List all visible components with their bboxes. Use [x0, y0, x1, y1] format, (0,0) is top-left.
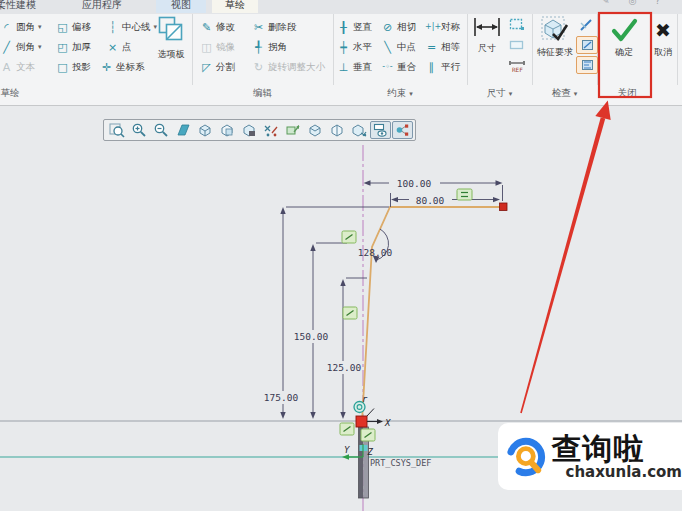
divide-icon: ◸ — [200, 62, 213, 73]
modify-icon: ✎ — [200, 22, 213, 33]
saved-views-icon[interactable] — [216, 121, 237, 139]
chevron-down-icon: ▾ — [574, 90, 578, 98]
constraint-horizontal-button[interactable]: ┿ 水平 — [337, 38, 372, 56]
group-label-dimension[interactable]: 尺寸 ▾ — [467, 85, 532, 103]
palette-icon — [158, 16, 184, 46]
parallel-constraint-icon: ∥ — [425, 62, 438, 73]
point-button[interactable]: × 点 — [106, 38, 132, 56]
chevron-down-icon: ▾ — [509, 90, 513, 98]
perpendicular-constraint-icon: ⊥ — [337, 62, 350, 73]
dimension-button[interactable]: 尺寸 — [469, 16, 505, 55]
constraint-symmetric-button[interactable]: +|+ 对称 — [425, 18, 460, 36]
overlapping-geometry-icon[interactable] — [576, 16, 596, 34]
coordinate-system-icon: ✛ — [100, 62, 113, 73]
display-style-icon[interactable] — [304, 121, 325, 139]
refit-icon[interactable] — [106, 121, 127, 139]
group-label-constrain[interactable]: 约束 ▾ — [333, 85, 467, 103]
perimeter-dimension-icon[interactable] — [507, 16, 527, 34]
mirror-icon: ◫ — [200, 42, 213, 53]
constraint-midpoint-button[interactable]: ╲ 中点 — [381, 38, 416, 56]
fillet-button[interactable]: ◜ 圆角▾ — [0, 18, 42, 36]
divider — [677, 14, 678, 85]
shade-closed-loops-icon[interactable] — [576, 36, 598, 54]
coordinate-system-button[interactable]: ✛ 坐标系 — [100, 58, 145, 76]
dimension-icon — [472, 16, 502, 40]
perspective-icon[interactable] — [326, 121, 347, 139]
palette-button[interactable]: 选项板 — [152, 16, 190, 61]
group-sketch: ◜ 圆角▾ ◱ 偏移 ┆ 中心线▾ ╱ 倒角▾ ◰ 加厚 × 点 — [0, 14, 193, 85]
tab-applications[interactable]: 应用程序 — [62, 0, 142, 13]
divide-button[interactable]: ◸ 分割 — [200, 58, 235, 76]
project-button[interactable]: □ 投影 — [56, 58, 91, 76]
group-constrain: ╂ 竖直 ⊘ 相切 +|+ 对称 ┿ 水平 ╲ 中点 = 相等 — [333, 14, 468, 85]
chamfer-button[interactable]: ╱ 倒角▾ — [0, 38, 42, 56]
svg-text:REF: REF — [512, 66, 523, 73]
horizontal-constraint-icon: ┿ — [337, 42, 350, 53]
chevron-down-icon[interactable]: ▾ — [38, 23, 42, 31]
group-label-inspect[interactable]: 检查 ▾ — [532, 85, 597, 103]
project-icon: □ — [56, 62, 69, 73]
thicken-button[interactable]: ◰ 加厚 — [56, 38, 91, 56]
tab-sketch[interactable]: 草绘 — [212, 0, 258, 13]
ribbon-body: ◜ 圆角▾ ◱ 偏移 ┆ 中心线▾ ╱ 倒角▾ ◰ 加厚 × 点 — [0, 14, 682, 85]
group-close: 确定 ✖ 取消 — [597, 14, 682, 85]
centerline-icon: ┆ — [106, 22, 119, 33]
watermark-title: 查询啦 — [551, 434, 682, 464]
view-manager-icon[interactable] — [238, 121, 259, 139]
ribbon: 柔性建模 应用程序 视图 草绘 ✎ ◎ ? ◜ 圆角▾ ◱ 偏移 ┆ 中心线▾ … — [0, 0, 682, 106]
repaint-icon[interactable] — [172, 121, 193, 139]
constraint-coincident-button[interactable]: -◦- 重合 — [381, 58, 416, 76]
constraint-vertical-button[interactable]: ╂ 竖直 — [337, 18, 372, 36]
titlebar-mini-icons: ✎ ◎ ? — [602, 0, 668, 6]
shading-style-icon[interactable] — [194, 121, 215, 139]
feature-requirements-button[interactable]: 特征要求 — [534, 16, 576, 59]
delete-segment-icon: ✂ — [252, 22, 265, 33]
rotate-resize-icon: ↻ — [252, 62, 265, 73]
watermark-logo-icon — [504, 430, 549, 484]
offset-button[interactable]: ◱ 偏移 — [56, 18, 91, 36]
chevron-down-icon: ▾ — [409, 90, 413, 98]
group-inspect: 特征要求 — [532, 14, 598, 85]
feature-requirements-icon — [541, 16, 569, 44]
delete-segment-button[interactable]: ✂ 删除段 — [252, 18, 297, 36]
point-icon: × — [106, 42, 119, 53]
annotation-display-icon[interactable] — [282, 121, 303, 139]
watermark-url: chaxunla.com — [565, 465, 682, 480]
zoom-in-icon[interactable] — [128, 121, 149, 139]
symmetric-constraint-icon: +|+ — [425, 23, 438, 31]
graphics-toolbar — [103, 119, 416, 141]
constraint-equal-button[interactable]: = 相等 — [425, 38, 460, 56]
chamfer-icon: ╱ — [0, 42, 13, 53]
constraint-parallel-button[interactable]: ∥ 平行 — [425, 58, 460, 76]
group-label-row: 草绘 编辑 约束 ▾ 尺寸 ▾ 检查 ▾ 关闭 — [0, 85, 682, 103]
cancel-x-icon: ✖ — [655, 16, 671, 44]
text-button: A 文本 — [0, 58, 35, 76]
rotate-resize-button: ↻ 旋转调整大小 — [252, 58, 325, 76]
chevron-down-icon[interactable]: ▾ — [38, 43, 42, 51]
reference-dimension-icon[interactable]: REF — [507, 56, 527, 74]
highlight-open-ends-icon[interactable] — [576, 56, 598, 74]
tab-flexible-modeling[interactable]: 柔性建模 — [0, 0, 46, 13]
modify-button[interactable]: ✎ 修改 — [200, 18, 235, 36]
group-label-edit: 编辑 — [192, 85, 333, 103]
ok-button[interactable]: 确定 — [603, 16, 645, 59]
zoom-out-icon[interactable] — [150, 121, 171, 139]
datum-display-icon[interactable] — [260, 121, 281, 139]
tab-row: 柔性建模 应用程序 视图 草绘 ✎ ◎ ? — [0, 0, 682, 14]
tab-view[interactable]: 视图 — [156, 0, 206, 13]
coincident-constraint-icon: -◦- — [381, 63, 394, 71]
corner-button[interactable]: ╃ 拐角 — [252, 38, 287, 56]
constraint-tangent-button[interactable]: ⊘ 相切 — [381, 18, 416, 36]
group-label-sketch: 草绘 — [0, 85, 30, 103]
offset-icon: ◱ — [56, 22, 69, 33]
ok-check-icon — [609, 16, 639, 44]
constraint-perpendicular-button[interactable]: ⊥ 垂直 — [337, 58, 372, 76]
sketch-orientation-icon[interactable] — [392, 121, 413, 139]
tangent-constraint-icon: ⊘ — [381, 22, 394, 33]
mirror-button: ◫ 镜像 — [200, 38, 235, 56]
baseline-dimension-icon[interactable] — [507, 36, 527, 54]
sketcher-display-filters-icon[interactable] — [370, 121, 391, 139]
centerline-button[interactable]: ┆ 中心线▾ — [106, 18, 157, 36]
cancel-button[interactable]: ✖ 取消 — [647, 16, 679, 59]
named-views-icon[interactable] — [348, 121, 369, 139]
